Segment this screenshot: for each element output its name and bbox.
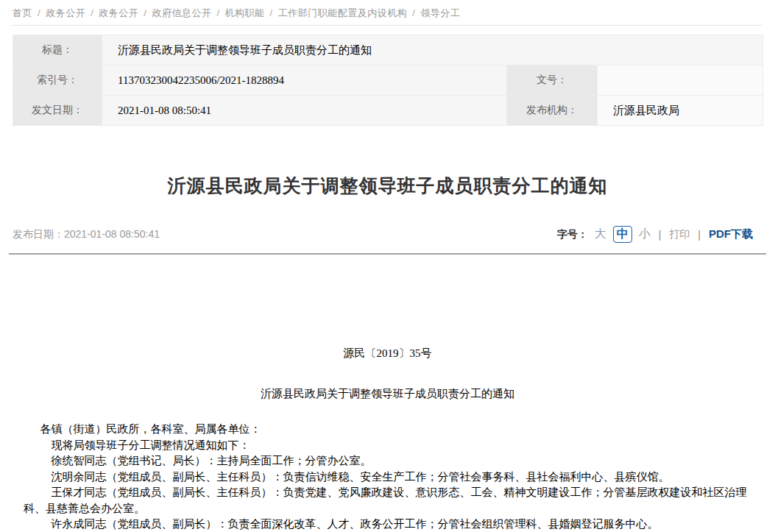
- meta-index-label: 索引号：: [13, 65, 102, 95]
- breadcrumb-separator: /: [412, 7, 415, 18]
- meta-issue-date-label: 发文日期：: [13, 96, 102, 125]
- meta-publisher-label: 发布机构：: [507, 96, 597, 125]
- document-body: 源民〔2019〕35号 沂源县民政局关于调整领导班子成员职责分工的通知 各镇（街…: [24, 255, 751, 532]
- breadcrumb-item-zwgk-2[interactable]: 政务公开: [99, 7, 138, 18]
- breadcrumb-separator: /: [144, 7, 146, 18]
- meta-issue-date-value: 2021-01-08 08:50:41: [102, 96, 506, 125]
- font-size-large-button[interactable]: 大: [595, 227, 606, 242]
- font-size-small-button[interactable]: 小: [639, 227, 651, 242]
- breadcrumb-item-zwgk-1[interactable]: 政务公开: [46, 7, 85, 18]
- publish-date: 发布日期：2021-01-08 08:50:41: [13, 228, 160, 241]
- breadcrumb-item-info-disclosure[interactable]: 政府信息公开: [152, 7, 211, 18]
- doc-paragraph: 徐统智同志（党组书记、局长）：主持局全面工作；分管办公室。: [24, 453, 751, 469]
- metadata-table: 标题： 沂源县民政局关于调整领导班子成员职责分工的通知 索引号： 1137032…: [13, 35, 762, 126]
- doc-paragraph: 王保才同志（党组成员、副局长、主任科员）：负责党建、党风廉政建设、意识形态、工会…: [24, 485, 751, 517]
- breadcrumb-divider: [13, 25, 762, 26]
- doc-paragraph: 各镇（街道）民政所，各科室、局属各单位：: [24, 422, 751, 438]
- breadcrumb-separator: /: [38, 7, 40, 18]
- breadcrumb-separator: /: [270, 7, 273, 18]
- breadcrumb-separator: /: [216, 7, 219, 18]
- doc-title: 沂源县民政局关于调整领导班子成员职责分工的通知: [24, 386, 751, 402]
- toolbar-separator: |: [698, 229, 701, 241]
- print-button[interactable]: 打印: [669, 228, 690, 241]
- font-size-label: 字号：: [557, 228, 588, 241]
- doc-ref-number: 源民〔2019〕35号: [24, 346, 751, 362]
- meta-title-label: 标题：: [13, 35, 102, 65]
- breadcrumb-item-home[interactable]: 首页: [13, 7, 32, 18]
- breadcrumb-item-functions[interactable]: 机构职能: [225, 7, 265, 18]
- page-title: 沂源县民政局关于调整领导班子成员职责分工的通知: [0, 174, 775, 198]
- page: 首页/政务公开/政务公开/政府信息公开/机构职能/工作部门职能配置及内设机构/领…: [0, 0, 775, 532]
- meta-title-value: 沂源县民政局关于调整领导班子成员职责分工的通知: [102, 35, 762, 65]
- article-toolbar: 字号： 大 中 小 | 打印 | PDF下载: [557, 226, 753, 243]
- publish-date-value: 2021-01-08 08:50:41: [64, 228, 160, 240]
- doc-paragraph: 许永成同志（党组成员、副局长）：负责全面深化改革、人才、政务公开工作；分管社会组…: [24, 517, 751, 532]
- meta-doc-number-label: 文号：: [507, 65, 597, 95]
- toolbar-separator: |: [659, 229, 662, 241]
- meta-index-value: 113703230042235006/2021-1828894: [102, 65, 506, 95]
- breadcrumb-item-leadership[interactable]: 领导分工: [420, 7, 460, 18]
- meta-publisher-value: 沂源县民政局: [598, 96, 762, 125]
- pdf-download-button[interactable]: PDF下载: [709, 227, 753, 241]
- breadcrumb: 首页/政务公开/政务公开/政府信息公开/机构职能/工作部门职能配置及内设机构/领…: [0, 0, 775, 20]
- doc-paragraph: 现将局领导班子分工调整情况通知如下：: [24, 438, 751, 454]
- breadcrumb-separator: /: [91, 7, 93, 18]
- font-size-medium-button[interactable]: 中: [613, 226, 632, 243]
- breadcrumb-item-dept-config[interactable]: 工作部门职能配置及内设机构: [278, 7, 408, 18]
- doc-paragraph: 沈明余同志（党组成员、副局长、主任科员）：负责信访维稳、安全生产工作；分管社会事…: [24, 469, 751, 486]
- meta-doc-number-value: [598, 65, 762, 95]
- publish-date-label: 发布日期：: [13, 228, 64, 240]
- publish-row: 发布日期：2021-01-08 08:50:41 字号： 大 中 小 | 打印 …: [13, 226, 753, 243]
